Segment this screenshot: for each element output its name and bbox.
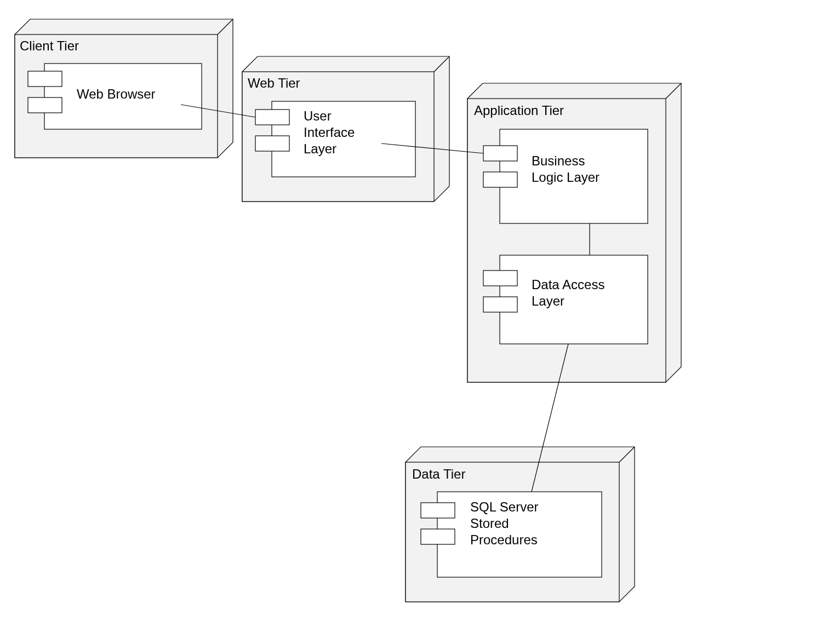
svg-rect-21: [500, 255, 648, 344]
component-sql-label-3: Procedures: [470, 532, 538, 547]
component-business-logic-label-2: Logic Layer: [532, 170, 600, 185]
component-business-logic: Business Logic Layer: [483, 129, 648, 223]
component-web-browser-label: Web Browser: [77, 87, 156, 101]
component-data-access-label-2: Layer: [532, 294, 564, 308]
component-data-access: Data Access Layer: [483, 255, 648, 344]
node-client-tier: Client Tier Web Browser: [15, 19, 233, 158]
node-client-tier-label: Client Tier: [20, 38, 79, 53]
component-ui-layer: User Interface Layer: [255, 101, 415, 177]
svg-text:Web Browser: Web Browser: [77, 87, 156, 101]
node-application-tier: Application Tier Business Logic Layer Da…: [467, 83, 681, 382]
component-ui-layer-label-2: Interface: [304, 125, 355, 140]
node-web-tier: Web Tier User Interface Layer: [242, 56, 449, 202]
svg-rect-18: [483, 146, 517, 161]
component-sql-label-2: Stored: [470, 516, 509, 531]
node-data-tier: Data Tier SQL Server Stored Procedures: [406, 447, 635, 602]
node-data-tier-label: Data Tier: [412, 467, 465, 481]
svg-rect-19: [483, 172, 517, 187]
svg-rect-22: [483, 271, 517, 286]
node-web-tier-label: Web Tier: [248, 76, 300, 90]
node-application-tier-label: Application Tier: [474, 103, 564, 118]
component-sql-label-1: SQL Server: [470, 499, 539, 514]
svg-rect-23: [483, 297, 517, 312]
component-data-access-label-1: Data Access: [532, 277, 604, 292]
component-web-browser: Web Browser: [28, 64, 202, 129]
component-business-logic-label-1: Business: [532, 153, 585, 168]
component-ui-layer-label-3: Layer: [304, 141, 336, 156]
component-sql-stored-procs: SQL Server Stored Procedures: [421, 492, 602, 577]
svg-rect-29: [421, 503, 455, 518]
svg-rect-11: [255, 110, 289, 125]
svg-rect-5: [28, 97, 62, 113]
component-ui-layer-label-1: User: [304, 108, 332, 123]
deployment-diagram: Client Tier Web Browser Web Tier User In…: [0, 0, 822, 644]
svg-rect-4: [28, 71, 62, 87]
svg-rect-30: [421, 529, 455, 544]
svg-rect-12: [255, 136, 289, 151]
